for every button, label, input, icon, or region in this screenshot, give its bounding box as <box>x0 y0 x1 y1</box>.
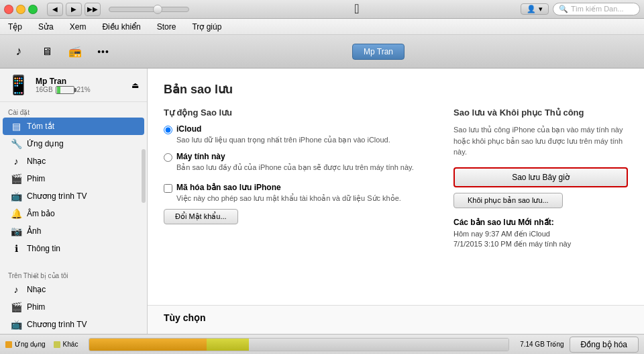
nav-back-button[interactable]: ◀ <box>47 3 63 16</box>
sidebar-item-nhac[interactable]: ♪ Nhạc <box>3 152 144 170</box>
minimize-button[interactable] <box>16 5 25 14</box>
menu-tep[interactable]: Tệp <box>5 21 25 33</box>
sidebar-item-tomtat-label: Tóm tắt <box>27 122 54 131</box>
radio-icloud: iCloud Sao lưu dữ liệu quan trọng nhất t… <box>164 124 427 145</box>
maximize-button[interactable] <box>28 5 38 14</box>
chuongtrinhtv-icon: 📺 <box>11 191 21 202</box>
radio-maytinhnay: Máy tính này Bản sao lưu đầy đủ của iPho… <box>164 152 427 173</box>
backup-item-2: 7/1/2015 3:10 PM đến máy tính này <box>453 240 628 249</box>
latest-backup: Các bản sao lưu Mới nhất: Hôm nay 9:37 A… <box>453 218 628 249</box>
battery-percent: 21% <box>77 86 91 93</box>
storage-legend: Ứng dụng Khác <box>0 341 83 348</box>
radio-icloud-label: iCloud <box>176 124 390 134</box>
device-icon: 📱 <box>7 74 30 96</box>
search-icon: 🔍 <box>559 5 568 13</box>
menu-xem[interactable]: Xem <box>67 21 89 33</box>
sidebar-item-chuongtrinhtv[interactable]: 📺 Chương trình TV <box>3 187 144 205</box>
sidebar-item-phim[interactable]: 🎬 Phim <box>3 170 144 187</box>
menubar: Tệp Sửa Xem Điều khiển Store Trợ giúp <box>0 19 644 35</box>
podcast-icon[interactable]: 📻 <box>64 41 86 62</box>
playback-progress[interactable] <box>109 7 189 12</box>
nhac-tb-icon: ♪ <box>11 284 21 295</box>
sidebar-item-chuongtrinhtv-label: Chương trình TV <box>27 191 87 201</box>
bottom-bar: Ứng dụng Khác 7.14 GB Trống Đồng bộ hóa <box>0 334 644 354</box>
sidebar-item-ungdung-label: Ứng dụng <box>27 139 64 148</box>
chuongtrinhtv-tb-icon: 📺 <box>11 319 21 330</box>
eject-icon[interactable]: ⏏ <box>129 80 140 91</box>
storage-segment-ung-dung <box>89 339 207 351</box>
tuy-chon-section: Tùy chọn <box>148 305 644 334</box>
sync-button[interactable]: Đồng bộ hóa <box>570 337 639 353</box>
music-icon[interactable]: ♪ <box>8 41 30 62</box>
toolbar: ♪ 🖥 📻 ••• Mp Tran <box>0 35 644 69</box>
device-tab[interactable]: Mp Tran <box>352 44 405 60</box>
menu-sua[interactable]: Sửa <box>36 21 56 33</box>
ungdung-icon: 🔧 <box>11 138 21 149</box>
anh-icon: 📷 <box>11 226 21 236</box>
search-box[interactable]: 🔍 Tìm kiếm Dan... <box>553 3 640 15</box>
sidebar-item-anh-label: Ảnh <box>27 226 41 236</box>
titlebar: ◀ ▶ ▶▶  👤 ▾ 🔍 Tìm kiếm Dan... <box>0 0 644 19</box>
nhac-icon: ♪ <box>11 156 21 167</box>
device-info: Mp Tran 16GB 21% <box>36 77 124 94</box>
restore-backup-button[interactable]: Khôi phục bản sao lưu... <box>453 193 563 208</box>
sidebar-section-caidat-title: Cài đặt <box>0 105 147 118</box>
tuy-chon-title: Tùy chọn <box>164 312 628 323</box>
sidebar-item-phim-tb[interactable]: 🎬 Phim <box>3 298 144 316</box>
sidebar-scrollbar[interactable] <box>142 149 146 203</box>
sidebar-item-ungdung[interactable]: 🔧 Ứng dụng <box>3 135 144 152</box>
content-area: Bản sao lưu Tự động Sao lưu iCloud Sao l… <box>148 69 644 334</box>
main-layout: 📱 Mp Tran 16GB 21% ⏏ Cài đặt ▤ Tóm tắt <box>0 69 644 334</box>
sidebar-item-anh[interactable]: 📷 Ảnh <box>3 222 144 240</box>
content-two-col: Tự động Sao lưu iCloud Sao lưu dữ liệu q… <box>164 107 628 250</box>
legend-ung-dung: Ứng dụng <box>5 341 46 348</box>
sidebar: 📱 Mp Tran 16GB 21% ⏏ Cài đặt ▤ Tóm tắt <box>0 69 148 334</box>
nav-play-button[interactable]: ▶ <box>66 3 82 16</box>
tv-icon[interactable]: 🖥 <box>36 41 58 62</box>
legend-ung-dung-label: Ứng dụng <box>15 341 46 348</box>
backup-now-button[interactable]: Sao lưu Bây giờ <box>453 167 628 187</box>
backup-item-1: Hôm nay 9:37 AM đến iCloud <box>453 230 628 238</box>
battery-fill <box>57 87 60 93</box>
radio-icloud-input[interactable] <box>164 126 172 134</box>
account-button[interactable]: 👤 ▾ <box>521 3 549 15</box>
radio-maytinhnay-input[interactable] <box>164 153 172 162</box>
change-password-button[interactable]: Đổi Mật khẩu... <box>164 209 238 224</box>
more-icon[interactable]: ••• <box>93 41 114 62</box>
device-size: 16GB <box>36 86 53 93</box>
storage-bar <box>89 338 509 351</box>
page-title: Bản sao lưu <box>164 82 628 97</box>
sidebar-item-ambao[interactable]: 🔔 Âm bảo <box>3 205 144 222</box>
checkbox-mahoa: Mã hóa bản sao lưu iPhone Việc này cho p… <box>164 183 427 204</box>
sidebar-item-tomtat[interactable]: ▤ Tóm tắt <box>3 118 144 135</box>
content-right: Sao lưu và Khôi phục Thủ công Sao lưu th… <box>453 107 628 250</box>
radio-icloud-content: iCloud Sao lưu dữ liệu quan trọng nhất t… <box>176 124 390 145</box>
auto-backup-title: Tự động Sao lưu <box>164 107 427 118</box>
content-left: Tự động Sao lưu iCloud Sao lưu dữ liệu q… <box>164 107 427 250</box>
legend-ung-dung-dot <box>5 341 12 348</box>
sidebar-item-ambao-label: Âm bảo <box>27 209 55 218</box>
radio-icloud-desc: Sao lưu dữ liệu quan trọng nhất trên iPh… <box>176 135 390 145</box>
menu-tro-giup[interactable]: Trợ giúp <box>189 21 224 33</box>
nav-forward-button[interactable]: ▶▶ <box>85 3 101 16</box>
sidebar-item-thongtin[interactable]: ℹ Thông tin <box>3 240 144 257</box>
manual-backup-title: Sao lưu và Khôi phục Thủ công <box>453 107 628 118</box>
menu-store[interactable]: Store <box>154 21 179 33</box>
sidebar-item-phim-tb-label: Phim <box>27 302 45 312</box>
checkbox-mahoa-label: Mã hóa bản sao lưu iPhone <box>176 183 401 192</box>
sidebar-item-nhac-tb-label: Nhạc <box>27 285 46 294</box>
close-button[interactable] <box>4 5 13 14</box>
content-main: Bản sao lưu Tự động Sao lưu iCloud Sao l… <box>148 69 644 305</box>
battery-visual <box>56 86 74 94</box>
checkbox-mahoa-input[interactable] <box>164 184 172 193</box>
menu-dieu-khien[interactable]: Điều khiển <box>99 21 143 33</box>
manual-backup-desc: Sao lưu thủ công iPhone của bạn vào máy … <box>453 124 628 158</box>
latest-backup-title: Các bản sao lưu Mới nhất: <box>453 218 628 227</box>
sidebar-item-chuongtrinhtv-tb[interactable]: 📺 Chương trình TV <box>3 316 144 333</box>
apple-logo-icon:  <box>354 1 359 17</box>
window-controls <box>4 5 38 14</box>
battery-bar: 16GB 21% <box>36 86 124 94</box>
sidebar-item-nhac-tb[interactable]: ♪ Nhạc <box>3 281 144 298</box>
sidebar-item-chuongtrinhtv-tb-label: Chương trình TV <box>27 320 87 329</box>
sidebar-section-trentb-title: Trên Thiết bị của tôi <box>0 268 147 281</box>
